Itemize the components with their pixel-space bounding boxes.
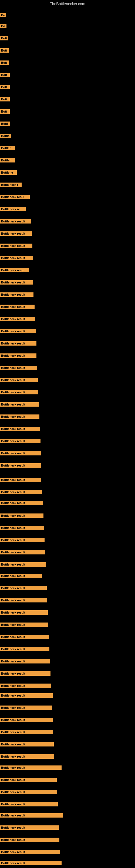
bottleneck-item: Bottleneck result <box>0 490 42 495</box>
bottleneck-label: Bottleneck result <box>0 754 54 759</box>
bottleneck-label: Bottleneck result <box>0 244 32 248</box>
bottleneck-item: Bottleneck result <box>0 317 35 322</box>
bottleneck-item: Bottleneck result <box>0 754 54 760</box>
bottleneck-item: Bottleneck result <box>0 463 41 469</box>
bottleneck-label: Bottleneck result <box>0 256 33 260</box>
bottleneck-label: Bottleneck result <box>0 574 42 578</box>
bottleneck-label: Bottleneck result <box>0 514 43 518</box>
bottleneck-label: Bottleneck result <box>0 478 41 482</box>
bottleneck-label: Bottleneck result <box>0 341 37 346</box>
bottleneck-item: Bottleneck result <box>0 562 46 568</box>
bottleneck-item: Bottlen <box>0 146 15 151</box>
bottleneck-item: Bottleneck result <box>0 742 54 748</box>
bottleneck-label: Bottleneck result <box>0 490 42 494</box>
bottleneck-label: Bott <box>0 61 9 65</box>
bottleneck-label: Bottle <box>0 134 11 138</box>
bottleneck-item: Bottleneck result <box>0 684 51 689</box>
bottleneck-label: Bottleneck result <box>0 790 57 794</box>
bottleneck-label: Bottleneck result <box>0 861 61 865</box>
bottleneck-label: Bottleneck result <box>0 730 53 734</box>
bottleneck-item: Bottleneck result <box>0 635 49 640</box>
bottleneck-label: Bottleneck result <box>0 850 60 854</box>
bottleneck-item: Bottleneck result <box>0 802 58 807</box>
bottleneck-item: Bottleneck resul <box>0 195 30 200</box>
bottleneck-label: Bott <box>0 109 10 114</box>
bottleneck-item: Bott <box>0 73 10 78</box>
bottleneck-item: Bottl <box>0 122 10 127</box>
bottleneck-label: Bottleneck resul <box>0 195 30 199</box>
bottleneck-label: Bottleneck result <box>0 378 38 382</box>
bottleneck-label: Bottleneck result <box>0 598 47 602</box>
bottleneck-item: Bottlene <box>0 170 17 176</box>
bottleneck-label: Bottleneck result <box>0 366 37 370</box>
bottleneck-item: Bo <box>0 24 6 29</box>
bottleneck-label: Bottl <box>0 122 10 126</box>
bottleneck-item: Bottleneck result <box>0 366 37 371</box>
bottleneck-item: Bottleneck result <box>0 598 47 603</box>
bottleneck-item: Bottleneck result <box>0 861 61 866</box>
bottleneck-label: Bott <box>0 97 10 101</box>
bottleneck-item: Bottleneck result <box>0 550 45 556</box>
bottleneck-item: Bottleneck result <box>0 280 33 286</box>
bottleneck-label: Bottleneck re <box>0 207 26 211</box>
bottleneck-label: Bottleneck result <box>0 439 41 443</box>
bottleneck-label: Bottleneck result <box>0 742 54 746</box>
bottleneck-label: Bottleneck result <box>0 718 53 722</box>
bottleneck-label: Bottleneck result <box>0 635 49 639</box>
bottleneck-item: Bottleneck result <box>0 256 33 261</box>
bottleneck-item: Bottleneck result <box>0 574 42 579</box>
bottleneck-item: Bottleneck result <box>0 838 59 843</box>
bottleneck-label: Bottleneck result <box>0 826 59 830</box>
bottleneck-item: Bottleneck result <box>0 610 48 616</box>
bottleneck-item: Bottleneck result <box>0 231 32 237</box>
bottleneck-label: Bottleneck result <box>0 219 31 223</box>
bottleneck-item: Bottleneck result <box>0 378 38 383</box>
bottleneck-item: Bottleneck result <box>0 341 37 347</box>
bottleneck-label: Bott <box>0 85 10 89</box>
bottleneck-item: Bottleneck result <box>0 671 50 677</box>
bottleneck-item: Bottleneck result <box>0 427 40 432</box>
bottleneck-label: Bottleneck resu <box>0 268 29 272</box>
bottleneck-label: Bottleneck result <box>0 766 61 770</box>
bottleneck-item: Bott <box>0 48 9 54</box>
bottleneck-item: Bottleneck result <box>0 244 32 249</box>
bottleneck-label: Bottleneck result <box>0 280 33 284</box>
bottleneck-label: Bottleneck result <box>0 778 57 782</box>
bottleneck-label: Bottleneck result <box>0 706 52 710</box>
bottleneck-label: Bottleneck result <box>0 802 58 806</box>
bottleneck-label: Bottleneck result <box>0 526 44 530</box>
bottleneck-label: Bo <box>0 24 6 28</box>
bottleneck-label: Bottleneck result <box>0 671 50 676</box>
bottleneck-item: Bottleneck result <box>0 813 63 818</box>
bottleneck-item: Bottleneck result <box>0 693 53 699</box>
bottleneck-label: Bott <box>0 36 8 40</box>
bottleneck-label: Bottleneck result <box>0 838 59 842</box>
bottleneck-item: Bottleneck re <box>0 207 26 212</box>
bottleneck-item: Bott <box>0 61 9 66</box>
bottleneck-label: Bottleneck result <box>0 622 48 627</box>
bottleneck-item: Bottleneck result <box>0 353 37 359</box>
bottleneck-label: Bottleneck result <box>0 610 48 615</box>
bottleneck-item: Bottleneck result <box>0 622 48 628</box>
bottleneck-item: Bottleneck result <box>0 402 39 408</box>
bottleneck-label: Bottleneck result <box>0 390 38 394</box>
bottleneck-item: Bottleneck result <box>0 647 49 652</box>
bottleneck-label: Bottleneck result <box>0 292 34 297</box>
bottleneck-item: Bottleneck result <box>0 766 61 771</box>
bottleneck-item: Bott <box>0 36 8 41</box>
bottleneck-item: Bottleneck result <box>0 305 35 310</box>
bottleneck-label: Bottleneck r <box>0 183 21 187</box>
bottleneck-label: Bo <box>0 13 6 18</box>
bottleneck-item: Bottleneck result <box>0 586 47 591</box>
bottleneck-label: Bottleneck result <box>0 231 32 236</box>
bottleneck-item: Bottleneck result <box>0 390 38 396</box>
bottleneck-label: Bottleneck result <box>0 305 35 309</box>
bottleneck-item: Bottleneck r <box>0 183 21 188</box>
bottleneck-label: Bottleneck result <box>0 353 37 358</box>
bottleneck-item: Bottleneck result <box>0 850 60 855</box>
bottleneck-item: Bottleneck result <box>0 790 57 795</box>
bottleneck-item: Bott <box>0 85 10 90</box>
bottleneck-label: Bottlen <box>0 146 15 150</box>
bottleneck-item: Bottleneck result <box>0 526 44 531</box>
bottleneck-label: Bottleneck result <box>0 451 41 456</box>
